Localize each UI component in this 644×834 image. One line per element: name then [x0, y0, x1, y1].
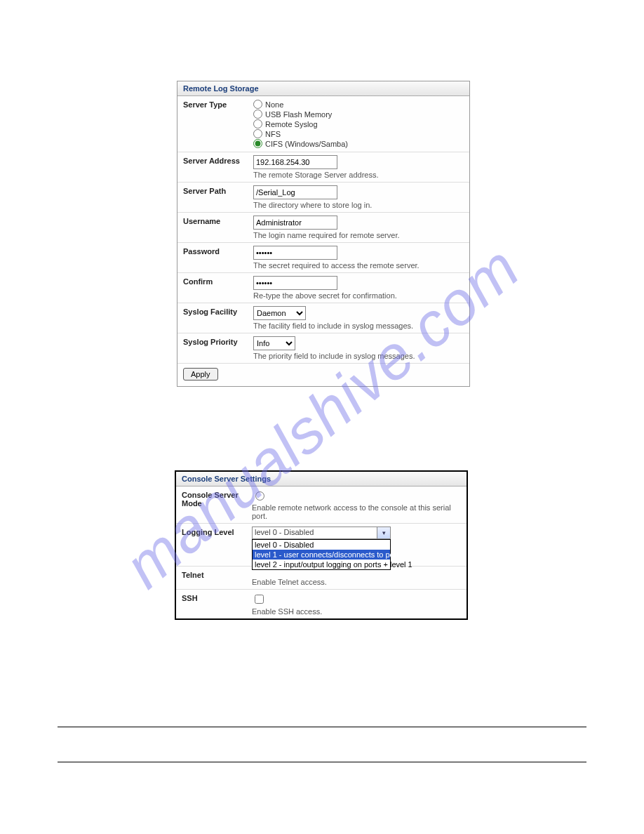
radio-cifs[interactable]	[253, 139, 262, 148]
password-label: Password	[183, 246, 253, 270]
username-input[interactable]	[253, 216, 337, 230]
radio-syslog-label: Remote Syslog	[265, 120, 318, 128]
syslog-priority-select[interactable]: Info	[253, 336, 295, 350]
ssh-help: Enable SSH access.	[252, 607, 461, 616]
radio-none[interactable]	[253, 100, 262, 109]
confirm-label: Confirm	[183, 276, 253, 300]
console-mode-help: Enable remote network access to the cons…	[252, 503, 461, 520]
syslog-facility-help: The facility field to include in syslog …	[253, 322, 464, 330]
radio-cifs-label: CIFS (Windows/Samba)	[265, 140, 348, 148]
logging-level-option-1[interactable]: level 1 - user connects/disconnects to p…	[253, 550, 390, 560]
radio-nfs[interactable]	[253, 129, 262, 138]
server-path-help: The directory where to store log in.	[253, 201, 464, 209]
syslog-facility-label: Syslog Facility	[183, 306, 253, 330]
panel1-title: Remote Log Storage	[177, 81, 469, 96]
server-path-label: Server Path	[183, 185, 253, 209]
server-address-input[interactable]	[253, 155, 337, 169]
radio-none-label: None	[265, 100, 283, 109]
console-mode-label: Console Server Mode	[182, 489, 252, 520]
server-path-input[interactable]	[253, 185, 337, 199]
apply-button[interactable]: Apply	[183, 368, 218, 380]
radio-remote-syslog[interactable]	[253, 119, 262, 128]
ssh-checkbox[interactable]	[255, 595, 264, 604]
server-type-label: Server Type	[183, 99, 253, 149]
server-address-label: Server Address	[183, 155, 253, 179]
console-mode-radio[interactable]	[255, 491, 264, 501]
logging-level-option-0[interactable]: level 0 - Disabled	[253, 540, 390, 550]
radio-nfs-label: NFS	[265, 130, 281, 138]
logging-level-selected: level 0 - Disabled	[255, 528, 314, 536]
syslog-priority-help: The priority field to include in syslog …	[253, 352, 464, 360]
radio-usb[interactable]	[253, 110, 262, 119]
password-input[interactable]	[253, 246, 337, 260]
logging-level-label: Logging Level	[182, 527, 252, 539]
username-label: Username	[183, 216, 253, 239]
ssh-label: SSH	[182, 593, 252, 616]
divider-1	[58, 727, 586, 727]
username-help: The login name required for remote serve…	[253, 231, 464, 239]
logging-level-select[interactable]: level 0 - Disabled ▾	[252, 527, 391, 539]
confirm-input[interactable]	[253, 276, 337, 290]
radio-usb-label: USB Flash Memory	[265, 110, 332, 119]
syslog-facility-select[interactable]: Daemon	[253, 306, 306, 320]
password-help: The secret required to access the remote…	[253, 261, 464, 270]
confirm-help: Re-type the above secret for confirmatio…	[253, 291, 464, 300]
telnet-label: Telnet	[182, 569, 252, 586]
telnet-help: Enable Telnet access.	[252, 578, 461, 586]
logging-level-dropdown: level 0 - Disabled level 1 - user connec…	[252, 539, 391, 570]
server-address-help: The remote Storage Server address.	[253, 171, 464, 179]
panel2-title: Console Server Settings	[176, 472, 467, 486]
chevron-down-icon: ▾	[377, 527, 390, 538]
logging-level-option-2[interactable]: level 2 - input/output logging on ports …	[253, 560, 390, 569]
console-server-settings-panel: Console Server Settings Console Server M…	[175, 470, 468, 620]
syslog-priority-label: Syslog Priority	[183, 336, 253, 360]
remote-log-storage-panel: Remote Log Storage Server Type None USB …	[177, 81, 470, 387]
divider-2	[58, 762, 586, 762]
